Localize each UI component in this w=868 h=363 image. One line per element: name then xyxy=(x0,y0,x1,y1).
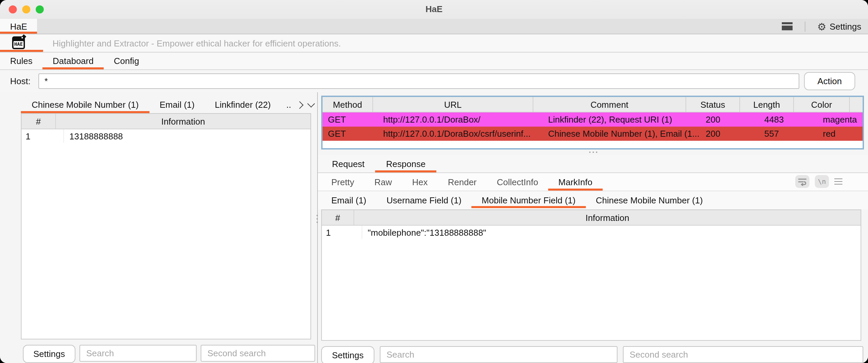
tab-hae-label: HaE xyxy=(10,21,27,31)
tab-request[interactable]: Request xyxy=(321,155,375,173)
right-panel: Method URL Comment Status Length Color G… xyxy=(318,92,868,363)
chevron-right-icon xyxy=(296,101,304,109)
column-header-method[interactable]: Method xyxy=(322,97,373,112)
left-settings-button[interactable]: Settings xyxy=(23,345,75,363)
right-second-search-input[interactable] xyxy=(623,346,863,363)
host-label: Host: xyxy=(10,70,31,92)
request-table-header: Method URL Comment Status Length Color xyxy=(322,97,863,113)
tab-hae[interactable]: HaE xyxy=(0,19,37,34)
settings-menu[interactable]: Settings xyxy=(830,21,861,31)
request-row-magenta[interactable]: GET http://127.0.0.1/DoraBox/ Linkfinder… xyxy=(322,113,863,127)
tab-mobile-number-field[interactable]: Mobile Number Field (1) xyxy=(472,191,586,209)
extract-result-table: # Information 1 13188888888 xyxy=(21,113,311,339)
column-header-num[interactable]: # xyxy=(22,114,56,129)
hae-logo-icon: HAE xyxy=(12,36,25,49)
tab-render[interactable]: Render xyxy=(438,173,487,190)
gear-icon: ⚙ xyxy=(817,21,826,31)
chevron-down-icon xyxy=(307,100,315,108)
column-header-comment[interactable]: Comment xyxy=(533,97,686,112)
host-input[interactable] xyxy=(38,73,799,89)
host-bar: Host: Action xyxy=(0,70,868,92)
extract-type-tabs: Chinese Mobile Number (1) Email (1) Link… xyxy=(0,96,317,113)
active-extension-underline xyxy=(0,50,43,52)
main-tab-bar: HaE ⚙ Settings xyxy=(0,19,868,34)
message-editor-toolbar: Pretty Raw Hex Render CollectInfo MarkIn… xyxy=(318,173,868,191)
divider xyxy=(804,21,805,31)
left-footer: Settings xyxy=(0,345,317,362)
column-header-filler xyxy=(850,97,863,112)
tab-raw[interactable]: Raw xyxy=(364,173,402,190)
column-header-information[interactable]: Information xyxy=(354,210,861,225)
tab-response[interactable]: Response xyxy=(375,155,436,173)
app-window: HaE HaE ⚙ Settings HAE Highlighter and E… xyxy=(0,0,868,363)
layout-panel-icon[interactable] xyxy=(781,22,792,30)
column-header-num[interactable]: # xyxy=(322,210,354,225)
column-header-url[interactable]: URL xyxy=(373,97,533,112)
right-search-input[interactable] xyxy=(380,346,618,363)
extension-header: HAE Highlighter and Extractor - Empower … xyxy=(0,34,868,53)
markinfo-table: # Information 1 "mobilephone":"131888888… xyxy=(321,209,861,341)
tab-overflow-dots[interactable]: .. xyxy=(281,96,293,113)
tab-chinese-mobile-number-right[interactable]: Chinese Mobile Number (1) xyxy=(586,191,713,209)
action-button[interactable]: Action xyxy=(804,72,855,90)
tab-pretty[interactable]: Pretty xyxy=(321,173,364,190)
databoard-content: Chinese Mobile Number (1) Email (1) Link… xyxy=(0,92,868,363)
markinfo-tabs: Email (1) Username Field (1) Mobile Numb… xyxy=(318,191,868,209)
right-footer: Settings xyxy=(318,346,868,363)
request-row-red[interactable]: GET http://127.0.0.1/DoraBox/csrf/userin… xyxy=(322,127,863,141)
right-settings-button[interactable]: Settings xyxy=(321,346,374,363)
tab-linkfinder[interactable]: Linkfinder (22) xyxy=(205,96,281,113)
titlebar: HaE xyxy=(0,0,868,19)
extension-nav-tabs: Rules Databoard Config xyxy=(0,53,868,70)
tab-hex[interactable]: Hex xyxy=(402,173,438,190)
tab-email[interactable]: Email (1) xyxy=(150,96,205,113)
table-header: # Information xyxy=(22,114,310,129)
tab-config[interactable]: Config xyxy=(104,53,149,69)
left-search-input[interactable] xyxy=(80,345,197,362)
tab-rules[interactable]: Rules xyxy=(0,53,43,69)
scroll-tabs-button[interactable] xyxy=(294,96,306,113)
tab-list-dropdown[interactable] xyxy=(305,96,317,113)
tab-databoard[interactable]: Databoard xyxy=(43,53,104,69)
left-second-search-input[interactable] xyxy=(201,345,315,362)
tab-markinfo[interactable]: MarkInfo xyxy=(548,173,602,190)
extension-subtitle: Highlighter and Extractor - Empower ethi… xyxy=(53,34,341,52)
horizontal-splitter[interactable] xyxy=(318,150,868,155)
tab-email-field[interactable]: Email (1) xyxy=(321,191,376,209)
request-list-table: Method URL Comment Status Length Color G… xyxy=(321,96,864,150)
newline-icon[interactable]: \n xyxy=(815,175,829,188)
word-wrap-icon[interactable] xyxy=(795,175,809,188)
table-header: # Information xyxy=(322,210,861,225)
left-panel: Chinese Mobile Number (1) Email (1) Link… xyxy=(0,92,317,363)
tab-collectinfo[interactable]: CollectInfo xyxy=(487,173,549,190)
column-header-information[interactable]: Information xyxy=(56,114,310,129)
column-header-color[interactable]: Color xyxy=(794,97,850,112)
table-row[interactable]: 1 "mobilephone":"13188888888" xyxy=(322,225,861,239)
table-row[interactable]: 1 13188888888 xyxy=(22,129,310,143)
window-title: HaE xyxy=(0,4,868,14)
column-header-length[interactable]: Length xyxy=(740,97,794,112)
tab-username-field[interactable]: Username Field (1) xyxy=(376,191,472,209)
column-header-status[interactable]: Status xyxy=(686,97,740,112)
message-tabs: Request Response xyxy=(318,155,868,173)
tab-chinese-mobile-number[interactable]: Chinese Mobile Number (1) xyxy=(21,96,150,113)
menu-icon[interactable] xyxy=(834,179,842,185)
